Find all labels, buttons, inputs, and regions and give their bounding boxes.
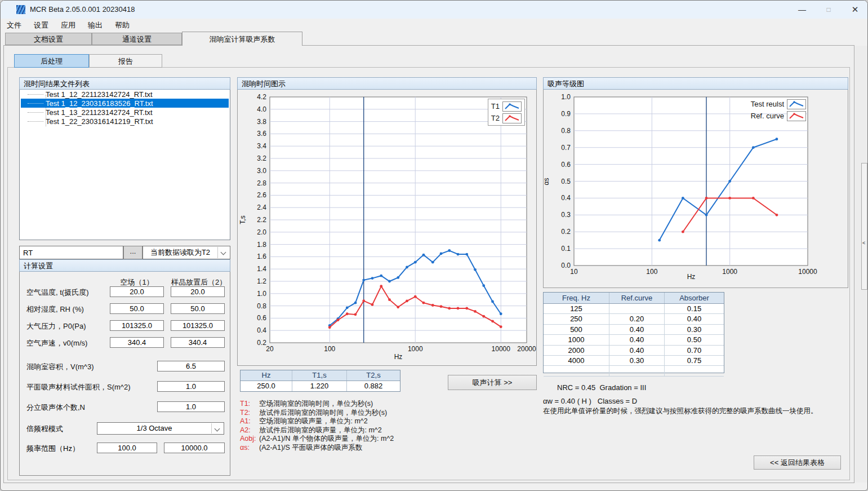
- tab-channel-settings[interactable]: 通道设置: [92, 33, 182, 45]
- file-list-item[interactable]: Test 1_12_230316183526_RT.txt: [21, 99, 229, 108]
- data-point: [491, 320, 494, 322]
- calc-field-with-sample[interactable]: [171, 320, 225, 331]
- absorber-table-cell: 0.40: [609, 325, 665, 334]
- file-list-item[interactable]: Test 1_13_221123142724_RT.txt: [21, 108, 229, 117]
- legend-entry-t1: T1: [491, 101, 522, 112]
- freq-range-to-input[interactable]: [164, 443, 225, 453]
- absorption-calc-button[interactable]: 吸声计算 >>: [448, 375, 537, 390]
- definition-term: T1:: [240, 400, 257, 409]
- absorber-table-header: Freq. Hz: [544, 293, 609, 303]
- menu-item-output[interactable]: 输出: [82, 19, 109, 32]
- menu-item-file[interactable]: 文件: [1, 19, 28, 32]
- freq-range-label: 频率范围（Hz）: [26, 444, 79, 454]
- absorber-table-cell: 0.15: [665, 304, 724, 313]
- absorber-table-cell: 1000: [544, 335, 609, 344]
- menu-item-help[interactable]: 帮助: [109, 19, 136, 32]
- tree-branch-icon: [28, 94, 43, 95]
- calc-field-with-sample[interactable]: [171, 337, 225, 348]
- data-point: [457, 253, 460, 256]
- data-point: [371, 303, 374, 306]
- data-point: [776, 138, 778, 140]
- x-tick-label: 1000: [722, 268, 737, 276]
- rt-table-header: Hz: [241, 370, 292, 381]
- data-point: [705, 214, 708, 216]
- calc-field-value[interactable]: [157, 401, 225, 412]
- absorber-table-row[interactable]: 2500.200.40: [544, 314, 724, 324]
- rt-table-header: T1,s: [292, 370, 347, 381]
- data-point: [414, 295, 417, 298]
- t2-curve-icon: [502, 113, 522, 123]
- y-tick-label: 0.6: [257, 314, 266, 322]
- minimize-icon[interactable]: —: [789, 1, 815, 19]
- absorber-table-row[interactable]: [544, 366, 724, 376]
- y-tick-label: 0.7: [561, 144, 571, 152]
- data-mode-select[interactable]: 当前数据读取为T2: [143, 246, 230, 259]
- calc-field-empty-room[interactable]: [110, 286, 164, 297]
- calc-single-row: 混响室容积，V(m^3): [20, 361, 230, 372]
- freq-range-from-input[interactable]: [97, 443, 157, 453]
- panel-collapse-splitter[interactable]: <: [861, 163, 867, 290]
- rt-table-row[interactable]: 250.0 1.220 0.882: [241, 381, 400, 391]
- test-result-curve-icon: [787, 99, 806, 109]
- data-point: [431, 261, 434, 264]
- calc-field-empty-room[interactable]: [110, 303, 164, 314]
- data-point: [406, 266, 408, 269]
- tab-strip: 文档设置通道设置混响室计算吸声系数: [1, 32, 868, 46]
- subtab-postprocess[interactable]: 后处理: [14, 54, 89, 68]
- combo-arrow-button[interactable]: [211, 423, 223, 434]
- x-tick-label: 20: [266, 345, 274, 353]
- data-point: [354, 313, 357, 316]
- browse-button[interactable]: ...: [123, 246, 143, 259]
- absorber-table-row[interactable]: 20000.400.70: [544, 346, 724, 356]
- tab-reverb-absorption[interactable]: 混响室计算吸声系数: [182, 32, 302, 46]
- y-tick-label: 3.8: [257, 118, 266, 126]
- subtab-report[interactable]: 报告: [89, 54, 162, 68]
- absorber-table-cell: 0.30: [609, 356, 665, 365]
- rt-table-cell: 0.882: [347, 381, 400, 391]
- calc-field-value[interactable]: [157, 381, 225, 392]
- rt-chart[interactable]: 0.20.40.60.81.01.21.41.61.82.02.22.42.62…: [238, 90, 536, 365]
- file-name: Test 1_13_221123142724_RT.txt: [43, 108, 155, 117]
- definition-term: A1:: [240, 417, 257, 426]
- absorber-table-row[interactable]: 1250.15: [544, 304, 724, 314]
- absorber-table-row[interactable]: 5000.400.30: [544, 325, 724, 335]
- data-point: [354, 302, 357, 304]
- menu-item-settings[interactable]: 设置: [28, 19, 55, 32]
- octave-mode-select[interactable]: 1/3 Octave: [97, 422, 224, 435]
- file-list-item[interactable]: Test 1_12_221123142724_RT.txt: [21, 90, 229, 99]
- y-tick-label: 1.0: [561, 93, 571, 101]
- rt-name-input[interactable]: [19, 246, 123, 259]
- absorber-table-cell: [544, 366, 609, 375]
- data-point: [491, 300, 494, 303]
- data-point: [414, 261, 417, 264]
- absorber-table-row[interactable]: 10000.400.50: [544, 335, 724, 345]
- rt-file-list[interactable]: Test 1_12_221123142724_RT.txtTest 1_12_2…: [19, 90, 230, 240]
- calc-field-empty-room[interactable]: [110, 320, 164, 331]
- file-list-item[interactable]: Test 1_22_230316141219_RT.txt: [21, 117, 229, 126]
- calc-settings-panel: 空场（1） 样品放置后（2） 倍频程模式 1/3 Octave 频率范围（Hz）…: [19, 272, 230, 476]
- close-icon[interactable]: ✕: [842, 1, 868, 19]
- definition-row: αs:(A2-A1)/S 平面吸声体的吸声系数: [240, 444, 538, 453]
- back-to-results-button[interactable]: << 返回结果表格: [754, 455, 841, 470]
- calc-field-with-sample[interactable]: [171, 303, 225, 314]
- x-tick-label: 1000: [408, 345, 423, 353]
- rt-table-cell: 250.0: [241, 381, 292, 391]
- calc-field-empty-room[interactable]: [110, 337, 164, 348]
- x-tick-label: 100: [324, 345, 335, 353]
- menu-item-application[interactable]: 应用: [55, 19, 82, 32]
- definition-row: Aobj:(A2-A1)/N 单个物体的吸声量，单位为: m^2: [240, 435, 538, 444]
- data-point: [705, 197, 708, 200]
- data-mode-value: 当前数据读取为T2: [143, 246, 217, 259]
- absorber-table-row[interactable]: 40000.300.75: [544, 356, 724, 366]
- data-point: [728, 197, 731, 200]
- rt-chart-group-title: 混响时间图示: [237, 77, 537, 90]
- data-point: [346, 306, 349, 309]
- calc-row-label: 平面吸声材料试件面积，S(m^2): [26, 382, 131, 392]
- y-axis-label: αs: [544, 178, 550, 185]
- calc-field-value[interactable]: [157, 361, 225, 371]
- combo-arrow-button[interactable]: [217, 247, 229, 258]
- maximize-icon[interactable]: □: [816, 1, 842, 19]
- file-name: Test 1_12_221123142724_RT.txt: [43, 90, 155, 99]
- tab-doc-settings[interactable]: 文档设置: [5, 33, 92, 45]
- calc-field-with-sample[interactable]: [171, 286, 225, 297]
